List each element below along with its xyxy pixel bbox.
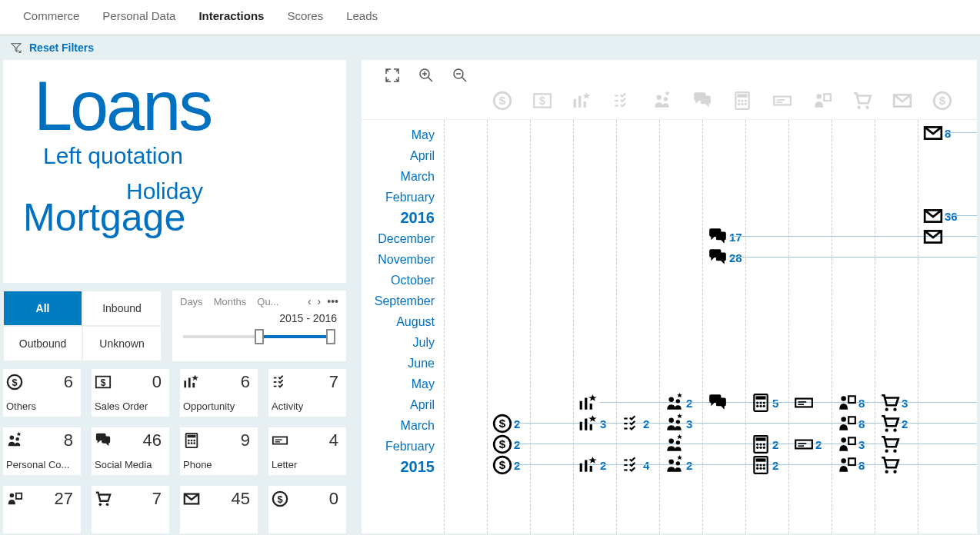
tile-9[interactable]: 7 [92, 486, 169, 533]
tile-8[interactable]: 27 [3, 486, 81, 533]
timeline-event[interactable]: 3 [578, 414, 606, 434]
month-label[interactable]: May [362, 374, 435, 394]
timeline-event[interactable]: 8 [837, 393, 865, 413]
tile-11[interactable]: 0 [268, 486, 346, 533]
month-label[interactable]: February [362, 187, 435, 208]
nav-leads[interactable]: Leads [346, 9, 378, 22]
tile-Letter[interactable]: 4 Letter [268, 427, 346, 475]
cart-icon [880, 455, 900, 475]
month-label[interactable]: April [362, 394, 435, 415]
col-header-chat[interactable] [692, 91, 712, 113]
timeline-event[interactable]: 3 [880, 393, 908, 413]
timeline-event[interactable]: 36 [923, 206, 958, 226]
timeline-event[interactable]: 5 [751, 393, 778, 413]
timeline-event[interactable]: 3 [665, 414, 692, 434]
nav-personal-data[interactable]: Personal Data [102, 9, 175, 22]
month-label[interactable]: 2015 [362, 457, 435, 477]
word-mortgage[interactable]: Mortgage [23, 195, 331, 240]
col-header-chart-star[interactable] [572, 91, 592, 113]
col-header-people-box[interactable] [812, 91, 832, 113]
people-box-icon [837, 414, 857, 434]
time-slider[interactable] [183, 335, 335, 338]
month-label[interactable]: November [362, 249, 435, 270]
timeline-event[interactable] [923, 227, 945, 247]
month-label[interactable]: May [362, 125, 435, 145]
timeline-chart[interactable]: 8 36 17 28 2 5 8 3 2 3 2 3 8 2 2 [442, 120, 977, 533]
zoom-in-icon[interactable] [418, 68, 434, 83]
timeline-event[interactable]: 2 [622, 414, 649, 434]
timeline-event[interactable] [578, 393, 600, 413]
nav-interactions[interactable]: Interactions [198, 9, 264, 22]
timeline-event[interactable]: 8 [923, 123, 951, 143]
col-header-mail[interactable] [892, 91, 912, 113]
scale-days[interactable]: Days [180, 296, 203, 307]
month-label[interactable]: April [362, 145, 435, 166]
zoom-out-icon[interactable] [452, 68, 468, 83]
timeline-event[interactable]: 3 [837, 434, 865, 454]
col-header-calc[interactable] [732, 91, 752, 113]
month-label[interactable]: December [362, 228, 435, 249]
scale-months[interactable]: Months [214, 296, 247, 307]
col-header-dollar[interactable] [492, 91, 512, 113]
tile-Opportunity[interactable]: 6 Opportunity [180, 369, 258, 417]
timeline-event[interactable]: 28 [708, 248, 742, 268]
dir-all[interactable]: All [3, 291, 82, 326]
timeline-event[interactable]: 2 [492, 414, 520, 434]
tile-Sales Order[interactable]: 0 Sales Order [92, 369, 169, 417]
col-header-checklist[interactable] [612, 91, 632, 113]
timeline-event[interactable]: 2 [880, 414, 908, 434]
timeline-event[interactable] [880, 455, 902, 475]
col-header-dollar-box[interactable] [532, 91, 552, 113]
timeline-event[interactable]: 8 [837, 414, 865, 434]
timeline-event[interactable] [794, 393, 815, 413]
scale-more-icon[interactable]: ••• [327, 295, 338, 307]
tile-Activity[interactable]: 7 Activity [268, 369, 346, 417]
dir-inbound[interactable]: Inbound [82, 291, 162, 326]
tile-10[interactable]: 45 [180, 486, 258, 533]
dir-outbound[interactable]: Outbound [3, 326, 82, 361]
timeline-event[interactable]: 8 [837, 455, 865, 475]
col-header-cart[interactable] [852, 91, 872, 113]
timeline-event[interactable]: 17 [708, 227, 742, 247]
tile-Personal Co...[interactable]: 8 Personal Co... [3, 427, 81, 475]
scale-next[interactable]: › [318, 295, 322, 307]
timeline-event[interactable]: 4 [622, 455, 649, 475]
timeline-event[interactable]: 2 [578, 455, 606, 475]
timeline-event[interactable]: 2 [665, 455, 692, 475]
timeline-event[interactable] [665, 434, 686, 454]
nav-scores[interactable]: Scores [287, 9, 323, 22]
month-label[interactable]: February [362, 436, 435, 457]
word-left-quotation[interactable]: Left quotation [43, 143, 331, 169]
month-label[interactable]: March [362, 415, 435, 436]
col-header-dollar[interactable] [932, 91, 952, 113]
month-label[interactable]: August [362, 311, 435, 332]
month-label[interactable]: July [362, 332, 435, 353]
timeline-event[interactable] [708, 393, 729, 413]
timeline-event[interactable]: 2 [665, 393, 692, 413]
col-header-people-star[interactable] [652, 91, 672, 113]
reset-filters-link[interactable]: Reset Filters [29, 42, 94, 54]
timeline-event[interactable]: 2 [492, 455, 520, 475]
nav-commerce[interactable]: Commerce [23, 9, 79, 22]
expand-icon[interactable] [385, 68, 400, 83]
tile-Phone[interactable]: 9 Phone [180, 427, 258, 475]
month-label[interactable]: March [362, 166, 435, 187]
timeline-event[interactable]: 2 [751, 434, 778, 454]
tile-Others[interactable]: 6 Others [3, 369, 81, 417]
slider-thumb-end[interactable] [326, 329, 335, 344]
dir-unknown[interactable]: Unknown [82, 326, 162, 361]
timeline-event[interactable]: 2 [492, 434, 520, 454]
tile-Social Media[interactable]: 46 Social Media [92, 427, 169, 475]
month-label[interactable]: June [362, 353, 435, 374]
slider-thumb-start[interactable] [255, 329, 264, 344]
month-label[interactable]: October [362, 270, 435, 291]
scale-quarters[interactable]: Qu... [257, 296, 278, 307]
timeline-event[interactable] [880, 434, 902, 454]
timeline-event[interactable]: 2 [794, 434, 822, 454]
month-label[interactable]: September [362, 291, 435, 311]
month-label[interactable]: 2016 [362, 208, 435, 228]
col-header-label[interactable] [772, 91, 792, 113]
scale-prev[interactable]: ‹ [308, 295, 312, 307]
word-loans[interactable]: Loans [34, 74, 331, 140]
timeline-event[interactable]: 2 [751, 455, 778, 475]
